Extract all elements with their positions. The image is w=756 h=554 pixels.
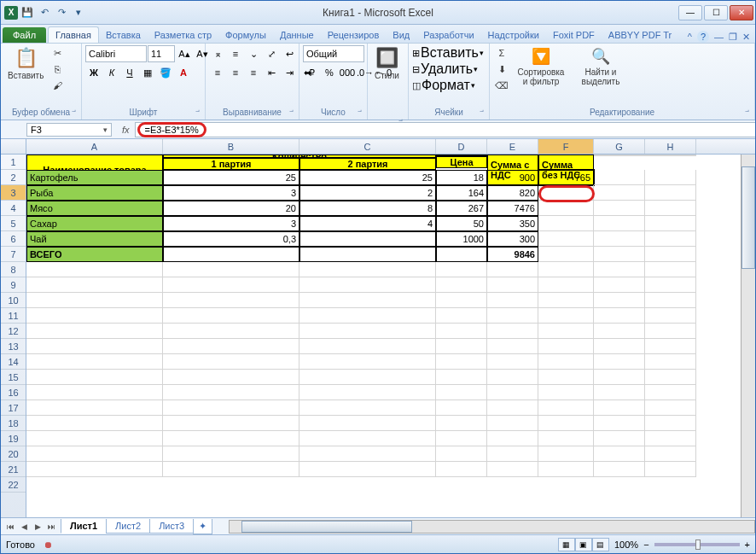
align-middle-icon[interactable]: ≡ (227, 45, 244, 62)
row-header[interactable]: 7 (1, 247, 26, 262)
cell[interactable] (436, 324, 487, 339)
cell[interactable] (487, 462, 538, 477)
cell[interactable] (26, 400, 163, 416)
cell[interactable] (436, 400, 487, 416)
redo-icon[interactable]: ↷ (54, 5, 69, 20)
cell[interactable] (487, 308, 538, 324)
cell[interactable] (487, 339, 538, 354)
vscroll-thumb[interactable] (741, 166, 755, 269)
cell[interactable] (645, 370, 696, 385)
macro-record-icon[interactable]: ⏺ (44, 539, 53, 550)
row-header[interactable]: 18 (1, 416, 26, 431)
cell[interactable] (487, 416, 538, 431)
cell[interactable] (538, 231, 594, 247)
cell[interactable]: 900 (487, 170, 538, 185)
cell[interactable]: 1 партия (163, 158, 299, 170)
cell[interactable] (538, 293, 594, 308)
font-name-select[interactable] (85, 45, 147, 62)
cell[interactable] (645, 201, 696, 216)
cell[interactable] (645, 247, 696, 262)
delete-cells-button[interactable]: ⊟ Удалить▾ (412, 61, 478, 77)
tab-review[interactable]: Рецензиров (321, 27, 387, 43)
cell[interactable] (645, 231, 696, 247)
row-header[interactable]: 4 (1, 201, 26, 216)
cell[interactable] (645, 216, 696, 231)
cell[interactable]: 267 (436, 201, 487, 216)
cell[interactable] (487, 385, 538, 400)
cell[interactable] (163, 262, 299, 277)
row-header[interactable]: 11 (1, 308, 26, 324)
cell[interactable] (26, 277, 163, 293)
sheet-nav-next-icon[interactable]: ▶ (32, 522, 44, 531)
cell[interactable] (538, 262, 594, 277)
maximize-button[interactable]: ☐ (704, 5, 728, 20)
zoom-level[interactable]: 100% (614, 539, 638, 550)
cell[interactable] (487, 293, 538, 308)
row-header[interactable]: 6 (1, 231, 26, 247)
cell[interactable] (299, 446, 436, 462)
cell[interactable]: 18 (436, 170, 487, 185)
cell[interactable] (26, 446, 163, 462)
cell[interactable] (645, 155, 696, 156)
cell[interactable] (26, 262, 163, 277)
vertical-scrollbar[interactable] (741, 155, 755, 517)
cell[interactable] (645, 385, 696, 400)
cell[interactable] (299, 431, 436, 446)
number-format-select[interactable] (303, 45, 364, 62)
tab-insert[interactable]: Вставка (99, 27, 148, 43)
cell[interactable]: ВСЕГО (26, 247, 163, 262)
cell[interactable]: Картофель (26, 170, 163, 185)
cell[interactable] (299, 277, 436, 293)
cell[interactable] (594, 324, 645, 339)
cell[interactable] (538, 431, 594, 446)
cell[interactable] (299, 293, 436, 308)
cell[interactable] (299, 370, 436, 385)
row-header[interactable]: 2 (1, 170, 26, 185)
row-header[interactable]: 8 (1, 262, 26, 277)
cell[interactable] (538, 201, 594, 216)
align-top-icon[interactable]: ⌅ (209, 45, 226, 62)
paste-button[interactable]: 📋 Вставить (4, 45, 47, 82)
cell[interactable] (594, 370, 645, 385)
cell[interactable] (163, 247, 299, 262)
cell[interactable] (538, 416, 594, 431)
cell[interactable] (594, 262, 645, 277)
row-header[interactable]: 5 (1, 216, 26, 231)
cell[interactable] (299, 308, 436, 324)
comma-icon[interactable]: 000 (339, 64, 356, 81)
row-header[interactable]: 9 (1, 277, 26, 293)
cell[interactable] (299, 339, 436, 354)
insert-cells-button[interactable]: ⊞ Вставить▾ (412, 45, 484, 61)
cell[interactable] (594, 201, 645, 216)
cell[interactable] (594, 385, 645, 400)
cell[interactable] (645, 293, 696, 308)
currency-icon[interactable]: ₽ (303, 64, 320, 81)
cell[interactable] (163, 354, 299, 370)
autosum-icon[interactable]: Σ (493, 45, 510, 61)
cell[interactable] (645, 416, 696, 431)
cell[interactable] (594, 293, 645, 308)
cell[interactable] (436, 247, 487, 262)
tab-home[interactable]: Главная (48, 26, 99, 43)
row-header[interactable]: 21 (1, 462, 26, 477)
cell[interactable] (538, 339, 594, 354)
decrease-indent-icon[interactable]: ⇤ (263, 64, 280, 81)
cell[interactable] (645, 170, 696, 185)
view-pagebreak-icon[interactable]: ▤ (592, 538, 609, 551)
fx-icon[interactable]: fx (117, 125, 135, 135)
help-icon[interactable]: ? (697, 31, 709, 43)
cell[interactable] (594, 155, 645, 156)
cell[interactable] (645, 354, 696, 370)
cell[interactable] (594, 170, 645, 185)
percent-icon[interactable]: % (321, 64, 338, 81)
cell[interactable] (436, 431, 487, 446)
cell[interactable] (26, 370, 163, 385)
col-header-d[interactable]: D (436, 139, 487, 154)
cell[interactable] (645, 277, 696, 293)
cell[interactable] (299, 462, 436, 477)
cell[interactable] (487, 370, 538, 385)
cell[interactable] (487, 400, 538, 416)
cell[interactable] (163, 324, 299, 339)
row-header[interactable]: 19 (1, 431, 26, 446)
align-right-icon[interactable]: ≡ (245, 64, 262, 81)
